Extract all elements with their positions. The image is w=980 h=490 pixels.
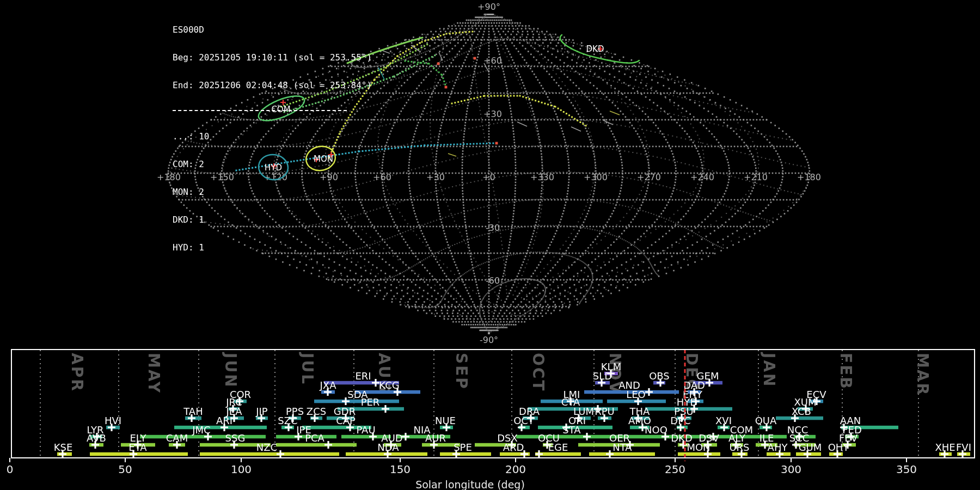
- shower-label-mon: MON: [687, 442, 710, 453]
- shower-bar-sda: [314, 400, 399, 403]
- month-label-oct: OCT: [529, 353, 547, 392]
- count-hyd: HYD: 1: [173, 243, 372, 252]
- shower-peak-marker: [324, 441, 332, 449]
- shower-label-nzc: NZC: [256, 442, 277, 453]
- observation-header: ES000D Beg: 20251205 19:10:11 (sol = 253…: [173, 7, 372, 271]
- shower-label-ssg: SSG: [225, 432, 246, 444]
- shower-peak-marker: [382, 405, 389, 413]
- count-mon: MON: 2: [173, 187, 372, 197]
- shower-label-kcg: KCG: [379, 379, 399, 391]
- shower-label-aur: AUR: [425, 432, 446, 444]
- sky-map-overlay: +90°+60+30-30-60-90°+180+150+120+90+60+3…: [0, 0, 980, 348]
- shower-peak-marker: [277, 450, 284, 458]
- shower-label-nue: NUE: [435, 415, 456, 426]
- shower-label-gum: GUM: [799, 442, 822, 453]
- shower-label-tah: TAH: [183, 406, 203, 417]
- shower-peak-marker: [402, 433, 409, 440]
- shower-bar-jmc: [140, 435, 266, 439]
- axis-tick-label: 200: [505, 463, 526, 476]
- shower-label-pca: PCA: [305, 432, 324, 444]
- longitude-label: +210: [744, 172, 768, 182]
- longitude-label: +300: [584, 172, 608, 182]
- longitude-label: +330: [530, 172, 554, 182]
- longitude-label: +30: [426, 172, 445, 182]
- shower-bar-nta: [589, 452, 655, 456]
- month-label-mar: MAR: [914, 353, 932, 396]
- shower-label-avb: AVB: [87, 432, 106, 444]
- shower-label-per: PER: [361, 396, 380, 408]
- shower-label-urs: URS: [729, 442, 749, 453]
- shower-bar-nzc: [200, 452, 339, 456]
- count-com: COM: 2: [173, 160, 372, 169]
- shower-label-obs: OBS: [649, 370, 670, 382]
- longitude-label: +0: [482, 172, 495, 182]
- axis-tick-label: 150: [390, 463, 411, 476]
- shower-bar-xcb: [776, 416, 823, 420]
- begin-time: Beg: 20251205 19:10:11 (sol = 253.55°): [173, 53, 372, 62]
- month-label-sep: SEP: [452, 353, 470, 390]
- longitude-label: +180: [797, 172, 821, 182]
- shower-bar-pca: [276, 443, 357, 447]
- shower-bar-spe: [440, 452, 491, 456]
- shower-label-oct: OCT: [513, 415, 535, 426]
- shower-bar-eta: [90, 452, 188, 456]
- axis-tick-label: 300: [781, 463, 801, 476]
- meteor-observation-screen: +90°+60+30-30-60-90°+180+150+120+90+60+3…: [0, 0, 980, 490]
- shower-peak-marker: [583, 433, 591, 440]
- station-id: ES000D: [173, 25, 372, 34]
- shower-label-eta: ETA: [128, 442, 147, 453]
- end-time: End: 20251206 02:04:48 (sol = 253.84°): [173, 81, 372, 90]
- axis-tick-label: 250: [665, 463, 685, 476]
- shower-label-nta: NTA: [612, 442, 632, 453]
- axis-tick-label: 50: [118, 463, 132, 476]
- shower-label-leo: LEO: [626, 389, 646, 400]
- shower-peak-marker: [535, 450, 543, 458]
- shower-label-hvi: HVI: [105, 415, 121, 426]
- shower-label-ard: ARD: [503, 442, 524, 453]
- count-unclassified: ...: 10: [173, 132, 372, 141]
- month-label-apr: APR: [68, 353, 86, 393]
- count-dkd: DKD: 1: [173, 215, 372, 224]
- latitude-label: +60: [483, 56, 502, 66]
- shower-label-sta: STA: [562, 424, 581, 436]
- activity-timeline-chart: APRMAYJUNJULAUGSEPOCTNOVDECJANFEBMARKLME…: [0, 348, 980, 490]
- month-label-jun: JUN: [222, 352, 240, 389]
- latitude-label: +90°: [477, 2, 500, 12]
- month-label-may: MAY: [145, 353, 163, 394]
- shower-label-cap: CAP: [336, 415, 356, 426]
- shower-label-fvi: FVI: [956, 442, 971, 453]
- latitude-label: -60: [486, 275, 500, 286]
- x-axis-title: Solar longitude (deg): [415, 479, 525, 490]
- longitude-label: +270: [637, 172, 661, 182]
- axis-tick-label: 100: [231, 463, 252, 476]
- month-label-feb: FEB: [837, 353, 855, 390]
- month-label-jan: JAN: [760, 352, 778, 388]
- shower-label-zcs: ZCS: [307, 406, 326, 417]
- shower-label-ohy: OHY: [828, 442, 850, 453]
- month-label-jul: JUL: [298, 352, 316, 385]
- shower-label-ege: EGE: [548, 442, 568, 453]
- header-separator: [173, 110, 347, 111]
- longitude-label: +60: [373, 172, 391, 182]
- shower-peak-marker: [645, 388, 653, 396]
- radiant-label-dkd: DKD: [586, 44, 604, 54]
- longitude-label: +240: [690, 172, 714, 182]
- shower-label-noo: NOO: [645, 424, 667, 436]
- latitude-label: +30: [483, 109, 502, 119]
- latitude-label: -90°: [480, 335, 498, 345]
- latitude-label: -30: [486, 223, 500, 233]
- axis-tick-label: 0: [7, 463, 14, 476]
- shower-label-eri: ERI: [355, 370, 371, 382]
- shower-label-ahy: AHY: [768, 442, 788, 453]
- axis-tick-label: 350: [896, 463, 917, 476]
